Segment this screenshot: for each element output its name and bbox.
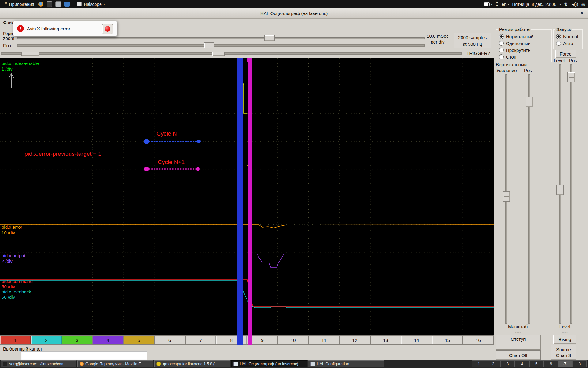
trigger-mode-option-2[interactable]: Авто	[553, 40, 583, 47]
trigger-mode-option-1[interactable]: Normal	[553, 33, 583, 40]
calculator-launcher-icon[interactable]	[55, 1, 61, 7]
taskbar-window-button[interactable]: gmoccapy for linuxcnc 1.5.8 (...	[154, 360, 230, 367]
keyboard-layout-indicator[interactable]: en ▾	[502, 2, 509, 7]
network-icon[interactable]: ⇅	[564, 2, 568, 7]
scope-label: 2 /div	[2, 259, 13, 264]
run-mode-radio[interactable]	[499, 54, 504, 59]
hal-icon	[310, 362, 315, 366]
run-mode-option-2[interactable]: Одиночный	[496, 40, 552, 47]
app-launcher-icon[interactable]	[64, 2, 70, 7]
workspace-grid-icon[interactable]: ⠿	[496, 2, 499, 7]
workspace-cell[interactable]: 3	[500, 360, 515, 367]
close-icon[interactable]: ×	[580, 10, 584, 17]
window-title: HAL Осциллограф (на lasercnc)	[260, 11, 328, 16]
cycle-n1-cursor[interactable]	[248, 58, 252, 335]
channel-button-14[interactable]: 14	[401, 335, 432, 345]
trigger-level-slider-handle[interactable]	[556, 185, 564, 195]
position-slider[interactable]	[17, 44, 425, 47]
vertical-pos-slider-handle[interactable]	[526, 97, 533, 107]
clock[interactable]: Пятница, 8 дек., 23:06	[512, 2, 556, 7]
run-mode-option-3[interactable]: Прокрутить	[496, 47, 552, 53]
workspace-cell[interactable]: 5	[529, 360, 544, 367]
selected-channel-label: Выбранный канал	[3, 346, 42, 351]
offset-box[interactable]: Отступ ----	[496, 335, 541, 350]
workspace-cell[interactable]: 2	[486, 360, 500, 367]
channel-button-2[interactable]: 2	[31, 335, 62, 345]
chevron-down-icon: ▾	[508, 2, 509, 6]
chevron-down-icon: ▾	[491, 2, 492, 6]
terminal-icon	[3, 362, 7, 366]
trigger-source-line2: Chan 3	[556, 352, 571, 358]
run-mode-radio[interactable]	[499, 34, 504, 39]
taskbar-window-button[interactable]: Google Переводчик - Mozilla F...	[77, 360, 153, 367]
trigger-source-button[interactable]: Source Chan 3	[551, 345, 576, 360]
scope-label: pid.x.output	[2, 253, 25, 258]
workspace-cell[interactable]: 8	[572, 360, 587, 367]
chan-off-button[interactable]: Chan Off	[496, 350, 541, 360]
cycle-n-cursor[interactable]	[237, 58, 243, 335]
trigger-pos-slider[interactable]	[570, 64, 572, 324]
record-position-bar[interactable]	[1, 52, 462, 55]
battery-indicator[interactable]: ▾	[484, 2, 492, 6]
volume-icon[interactable]: ◄))	[571, 2, 578, 7]
run-mode-radio[interactable]	[499, 48, 504, 52]
channel-button-16[interactable]: 16	[463, 335, 494, 345]
power-icon[interactable]: ◎	[581, 2, 585, 7]
trigger-question-label: TRIGGER?	[459, 51, 490, 56]
window-list-item-halscope[interactable]: Halscope ▾	[75, 2, 107, 7]
menu-file[interactable]: Файл	[3, 20, 14, 25]
run-mode-option-1[interactable]: Нормальный	[496, 33, 552, 40]
channel-button-5[interactable]: 5	[123, 335, 154, 345]
channel-button-13[interactable]: 13	[370, 335, 401, 345]
taskbar-window-button[interactable]: HAL Осциллограф (на lasercnc)	[231, 360, 307, 367]
channel-button-1[interactable]: 1	[0, 335, 31, 345]
zoom-slider[interactable]	[17, 37, 425, 39]
record-window-handle[interactable]	[21, 52, 39, 56]
battery-icon	[484, 2, 490, 6]
trigger-mode-radio[interactable]	[556, 41, 561, 46]
position-slider-handle[interactable]	[204, 42, 214, 48]
workspace-cell[interactable]: -7-	[558, 360, 572, 367]
trigger-pos-slider-handle[interactable]	[567, 72, 575, 82]
channel-button-11[interactable]: 11	[309, 335, 340, 345]
rising-button[interactable]: Rising	[553, 335, 576, 344]
firefox-launcher-icon[interactable]	[38, 2, 43, 7]
taskbar-window-button[interactable]: HAL Configuration	[308, 360, 384, 367]
force-button[interactable]: Force	[555, 50, 576, 58]
vertical-pos-slider[interactable]	[528, 74, 530, 324]
halscope-icon	[233, 362, 238, 366]
notification-area-icon[interactable]: ●	[559, 2, 561, 6]
channel-button-10[interactable]: 10	[278, 335, 309, 345]
trigger-level-label: Level	[554, 58, 565, 63]
record-trigger-handle[interactable]	[212, 52, 225, 56]
terminal-launcher-icon[interactable]	[47, 1, 52, 7]
zoom-slider-handle[interactable]	[264, 35, 275, 41]
notification-popup[interactable]: ! Axis X following error	[13, 21, 117, 36]
workspace-cell[interactable]: 4	[515, 360, 529, 367]
run-mode-radio[interactable]	[499, 41, 504, 46]
channel-button-6[interactable]: 6	[154, 335, 185, 345]
cycle-n-span-start-dot	[144, 139, 149, 144]
window-list-label: Halscope	[84, 2, 101, 7]
channel-button-12[interactable]: 12	[339, 335, 370, 345]
cycle-n1-span-end-dot	[196, 167, 200, 171]
workspace-pager: 123456-7-8	[472, 360, 587, 367]
workspace-cell[interactable]: 6	[544, 360, 558, 367]
taskbar-window-button[interactable]: serg@lasercnc: ~/linuxcnc/con...	[1, 360, 77, 367]
channel-button-4[interactable]: 4	[92, 335, 123, 345]
record-button[interactable]	[102, 24, 113, 34]
channel-button-8[interactable]: 8	[216, 335, 247, 345]
run-mode-option-4[interactable]: Стоп	[496, 53, 552, 60]
window-titlebar[interactable]: HAL Осциллограф (на lasercnc) ×	[0, 8, 588, 19]
channel-button-9[interactable]: 9	[247, 335, 278, 345]
trigger-mode-radio[interactable]	[556, 34, 561, 39]
applications-menu[interactable]: ⣿ Приложения	[3, 2, 35, 7]
channel-button-3[interactable]: 3	[62, 335, 93, 345]
gain-slider-handle[interactable]	[503, 191, 510, 202]
taskbar-window-label: HAL Осциллограф (на lasercnc)	[240, 362, 298, 366]
channel-button-15[interactable]: 15	[432, 335, 463, 345]
selected-channel-field[interactable]: ------	[21, 351, 147, 360]
scope-label: 50 /div	[2, 284, 15, 289]
workspace-cell[interactable]: 1	[472, 360, 486, 367]
channel-button-7[interactable]: 7	[185, 335, 216, 345]
